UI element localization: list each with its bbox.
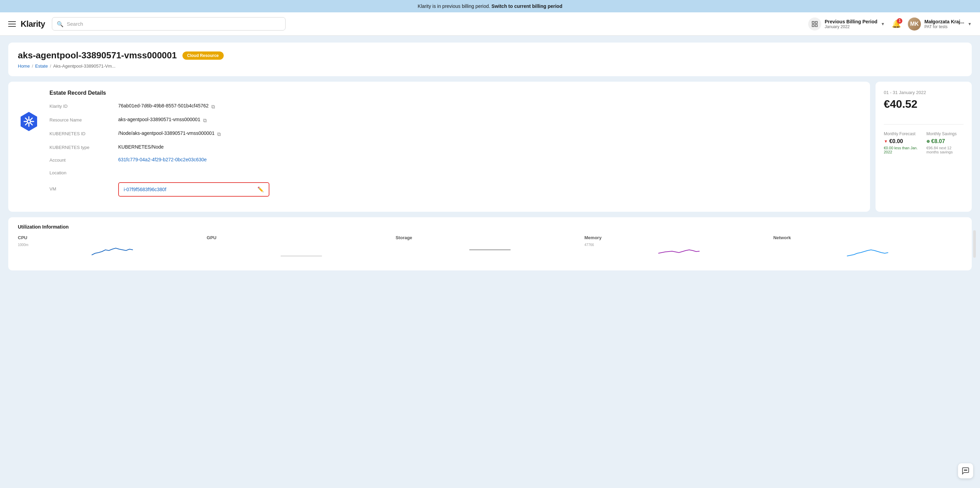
vm-edit-icon[interactable]: ✏️ (258, 186, 264, 193)
detail-value-account: 631fc779-04a2-4f29-b272-0bc2e03c630e (118, 157, 861, 162)
svg-point-16 (965, 470, 966, 471)
detail-row-kubernetes-type: KUBERNETES type KUBERNETES/Node (49, 144, 861, 150)
forecast-savings-value: ⊕ €8.07 (926, 138, 964, 144)
user-chevron-icon: ▼ (967, 22, 972, 27)
svg-rect-1 (815, 21, 818, 23)
util-metric-cpu: CPU 1000m (18, 235, 207, 263)
cost-period: 01 - 31 January 2022 (884, 90, 964, 95)
main-content: aks-agentpool-33890571-vmss000001 Cloud … (0, 36, 980, 277)
forecast-monthly-amount: €0.00 (889, 138, 903, 144)
page-title-row: aks-agentpool-33890571-vmss000001 Cloud … (18, 50, 962, 61)
billing-text: Previous Billing Period January 2022 (825, 19, 877, 29)
billing-icon (808, 17, 821, 30)
cost-forecasts: Monthly Forecast ▼ €0.00 €0.00 less than… (884, 132, 964, 154)
detail-row-vm: VM i-07f9f5683f96c380f ✏️ (49, 182, 861, 196)
network-chart (773, 243, 962, 263)
detail-value-klarity-id: 76ab01ed-7d6b-49b8-8557-501b4cf45762 ⧉ (118, 103, 861, 110)
detail-label-klarity-id: Klarity ID (49, 103, 118, 109)
util-metric-gpu: GPU (207, 235, 396, 263)
notification-button[interactable]: 🔔 1 (892, 19, 901, 29)
chat-button[interactable] (958, 463, 973, 478)
avatar-image: MK (908, 17, 921, 30)
detail-row-kubernetes-id: KUBERNETES ID /Node/aks-agentpool-338905… (49, 130, 861, 137)
detail-label-vm: VM (49, 182, 118, 192)
svg-rect-0 (812, 21, 815, 23)
detail-value-resource-name: aks-agentpool-33890571-vmss000001 ⧉ (118, 117, 861, 124)
util-metric-storage: Storage (396, 235, 584, 263)
page-title: aks-agentpool-33890571-vmss000001 (18, 50, 177, 61)
detail-row-resource-name: Resource Name aks-agentpool-33890571-vms… (49, 117, 861, 124)
util-metric-cpu-label: CPU (18, 235, 207, 240)
cost-divider (884, 124, 964, 125)
details-row: Estate Record Details Klarity ID 76ab01e… (8, 82, 972, 212)
forecast-savings-sub: €96.84 next 12 months savings (926, 146, 964, 154)
kubernetes-icon (18, 111, 40, 133)
app-logo: Klarity (21, 19, 45, 29)
user-text: Małgorzata Kraj... PAT for tests (924, 19, 964, 29)
banner-text-normal: Klarity is in previous billing period. (418, 3, 490, 9)
kubernetes-id-copy-icon[interactable]: ⧉ (217, 131, 221, 137)
hamburger-menu[interactable] (8, 21, 16, 27)
svg-rect-3 (812, 24, 815, 27)
util-metric-network: Network (773, 235, 962, 263)
detail-row-location: Location (49, 170, 861, 175)
scrollbar[interactable] (973, 230, 976, 258)
user-name: Małgorzata Kraj... (924, 19, 964, 24)
resource-name-copy-icon[interactable]: ⧉ (203, 117, 207, 124)
breadcrumb-home[interactable]: Home (18, 63, 30, 69)
memory-yaxis: 47766 (584, 243, 594, 247)
klarity-id-copy-icon[interactable]: ⧉ (211, 104, 215, 110)
memory-chart: 47766 (584, 243, 773, 263)
header-right: Previous Billing Period January 2022 ▼ 🔔… (808, 17, 972, 30)
header-left: Klarity (8, 19, 45, 29)
util-metric-memory: Memory 47766 (584, 235, 773, 263)
search-icon: 🔍 (57, 21, 64, 27)
detail-label-resource-name: Resource Name (49, 117, 118, 122)
klarity-id-text: 76ab01ed-7d6b-49b8-8557-501b4cf45762 (118, 103, 208, 108)
util-metric-memory-label: Memory (584, 235, 773, 240)
detail-label-location: Location (49, 170, 118, 175)
page-title-card: aks-agentpool-33890571-vmss000001 Cloud … (8, 43, 972, 76)
svg-rect-2 (815, 24, 818, 27)
detail-row-account: Account 631fc779-04a2-4f29-b272-0bc2e03c… (49, 157, 861, 163)
forecast-monthly-label: Monthly Forecast (884, 132, 921, 136)
forecast-monthly-sub: €0.00 less than Jan. 2022 (884, 146, 921, 154)
forecast-down-arrow: ▼ (884, 139, 888, 144)
cost-panel: 01 - 31 January 2022 €40.52 Monthly Fore… (875, 82, 972, 212)
breadcrumb-sep-2: / (50, 63, 51, 69)
forecast-savings-label: Monthly Savings (926, 132, 964, 136)
breadcrumb-estate[interactable]: Estate (35, 63, 48, 69)
svg-point-6 (28, 120, 30, 122)
search-input[interactable] (52, 17, 286, 30)
utilization-card: Utilization Information CPU 1000m GPU (8, 217, 972, 271)
billing-sub: January 2022 (825, 24, 877, 29)
vm-link[interactable]: i-07f9f5683f96c380f (124, 187, 253, 192)
banner-switch-link[interactable]: Switch to current billing period (492, 3, 562, 9)
cloud-resource-badge: Cloud Resource (183, 51, 224, 60)
cost-main-value: €40.52 (884, 98, 964, 111)
detail-label-kubernetes-id: KUBERNETES ID (49, 130, 118, 136)
vm-value-box: i-07f9f5683f96c380f ✏️ (118, 182, 269, 196)
utilization-title: Utilization Information (18, 224, 962, 230)
account-link[interactable]: 631fc779-04a2-4f29-b272-0bc2e03c630e (118, 157, 207, 162)
billing-period-selector[interactable]: Previous Billing Period January 2022 ▼ (808, 17, 885, 30)
forecast-savings-amount: €8.07 (931, 138, 945, 144)
kubernetes-id-text: /Node/aks-agentpool-33890571-vmss000001 (118, 130, 215, 136)
breadcrumb-sep-1: / (32, 63, 33, 69)
forecast-monthly-value: ▼ €0.00 (884, 138, 921, 144)
detail-value-kubernetes-id: /Node/aks-agentpool-33890571-vmss000001 … (118, 130, 861, 137)
svg-point-17 (966, 470, 967, 471)
forecast-col-monthly: Monthly Forecast ▼ €0.00 €0.00 less than… (884, 132, 921, 154)
detail-label-kubernetes-type: KUBERNETES type (49, 144, 118, 150)
user-menu[interactable]: MK Małgorzata Kraj... PAT for tests ▼ (908, 17, 972, 30)
util-metric-storage-label: Storage (396, 235, 584, 240)
breadcrumb: Home / Estate / Aks-Agentpool-33890571-V… (18, 63, 962, 69)
app-header: Klarity 🔍 Previous Billing Period Januar… (0, 13, 980, 36)
details-section: Estate Record Details Klarity ID 76ab01e… (49, 90, 861, 203)
estate-details-card: Estate Record Details Klarity ID 76ab01e… (8, 82, 870, 212)
notification-badge: 1 (897, 18, 902, 24)
cpu-chart: 1000m (18, 243, 207, 263)
details-section-title: Estate Record Details (49, 90, 861, 96)
user-role: PAT for tests (924, 24, 964, 29)
billing-banner: Klarity is in previous billing period. S… (0, 0, 980, 13)
